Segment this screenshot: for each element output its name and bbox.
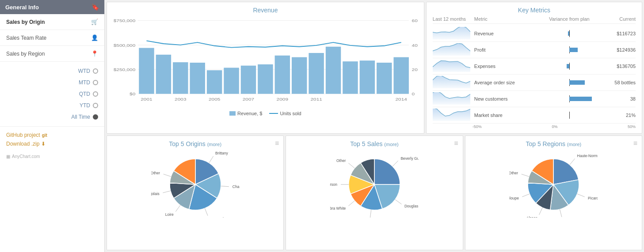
- axis-label-pos50: 50%: [628, 124, 636, 129]
- svg-rect-17: [224, 68, 239, 94]
- svg-text:2005: 2005: [209, 97, 221, 101]
- svg-text:200: 200: [412, 68, 418, 72]
- metric-row: New customers 38: [433, 91, 636, 107]
- sidebar-item-sales-team[interactable]: Sales Team Rate 👤: [0, 30, 104, 46]
- svg-text:2011: 2011: [310, 97, 322, 101]
- sidebar: General Info 🔖 Sales by Origin 🛒 Sales T…: [0, 0, 105, 252]
- svg-rect-26: [377, 63, 392, 94]
- origins-more[interactable]: (more): [207, 142, 221, 147]
- svg-line-53: [392, 161, 398, 166]
- metric-bar-area: [534, 95, 605, 102]
- svg-line-69: [560, 209, 562, 217]
- svg-rect-19: [258, 64, 273, 94]
- download-link[interactable]: Download .zip ⬇: [6, 141, 98, 147]
- legend-line-item: Units sold: [269, 111, 301, 116]
- svg-text:2009: 2009: [277, 97, 289, 101]
- metric-bar-area: [534, 112, 605, 119]
- regions-more[interactable]: (more): [567, 142, 581, 147]
- sparkline: [433, 27, 473, 40]
- regions-title: Top 5 Regions (more): [472, 140, 636, 147]
- github-link[interactable]: GitHub project git: [6, 132, 98, 138]
- chart-legend: Revenue, $ Units sold: [113, 111, 418, 116]
- sidebar-item-sales-region[interactable]: Sales by Region 📍: [0, 46, 104, 62]
- svg-line-75: [522, 174, 529, 177]
- svg-text:Guadeloupe: Guadeloupe: [509, 196, 519, 200]
- sparkline: [433, 60, 473, 73]
- metric-bar-neg: [567, 64, 569, 68]
- col-variance: Variance from plan: [534, 16, 605, 22]
- svg-text:0: 0: [412, 92, 415, 96]
- origins-menu-icon[interactable]: ≡: [275, 139, 279, 147]
- svg-text:Douglas Lopez: Douglas Lopez: [404, 204, 419, 208]
- radio-alltime: [93, 114, 98, 120]
- svg-text:$0: $0: [130, 92, 136, 96]
- svg-line-57: [370, 210, 371, 217]
- sidebar-item-sales-origin[interactable]: Sales by Origin 🛒: [0, 14, 104, 30]
- period-label: All Time: [71, 114, 90, 120]
- regions-menu-icon[interactable]: ≡: [633, 139, 637, 147]
- metric-axis: [569, 63, 570, 70]
- svg-line-67: [577, 194, 585, 197]
- svg-rect-18: [241, 66, 256, 94]
- period-alltime[interactable]: All Time: [0, 111, 104, 123]
- svg-line-47: [175, 205, 180, 211]
- sales-pie-svg: Beverly GutierrezDouglas LopezBilly Oliv…: [330, 151, 419, 218]
- cart-icon: 🛒: [91, 19, 98, 25]
- period-qtd[interactable]: QTD: [0, 88, 104, 100]
- period-label: QTD: [79, 91, 90, 97]
- metric-row: Average order size 58 bottles: [433, 75, 636, 91]
- bottom-row: Top 5 Origins (more) ≡ BrittanyChampagne…: [107, 135, 642, 250]
- metric-name: Expenses: [473, 64, 534, 69]
- top5-origins-card: Top 5 Origins (more) ≡ BrittanyChampagne…: [107, 135, 284, 250]
- github-link-label: GitHub project: [6, 132, 40, 138]
- legend-bar-item: Revenue, $: [229, 111, 262, 116]
- regions-pie-area: Haute-NormandiePicardieLoireAlsaceGuadel…: [472, 150, 636, 218]
- sidebar-title: General Info: [5, 4, 39, 11]
- svg-text:Sara Larson: Sara Larson: [330, 182, 337, 187]
- svg-text:400: 400: [412, 43, 418, 47]
- metric-bar-area: [534, 63, 605, 70]
- svg-marker-35: [433, 27, 470, 39]
- sales-menu-icon[interactable]: ≡: [454, 139, 458, 147]
- axis-label-neg50: -50%: [473, 124, 482, 129]
- axis-labels: -50% 0% 50%: [433, 124, 636, 129]
- download-link-label: Download .zip: [6, 141, 39, 147]
- svg-line-43: [221, 186, 229, 186]
- revenue-chart-area: $750,000 $500,000 $250,000 $0 600 400 20…: [113, 16, 418, 109]
- period-label: MTD: [79, 79, 90, 86]
- svg-line-73: [522, 194, 530, 197]
- sales-more[interactable]: (more): [384, 142, 398, 147]
- period-filter: WTD MTD QTD YTD All Time: [0, 62, 104, 127]
- git-icon: git: [42, 133, 47, 138]
- svg-text:$250,000: $250,000: [114, 68, 136, 72]
- metric-bar-area: [534, 30, 605, 37]
- period-ytd[interactable]: YTD: [0, 100, 104, 111]
- period-label: YTD: [80, 102, 90, 109]
- metric-bar-pos: [569, 97, 592, 101]
- svg-line-45: [205, 208, 208, 215]
- anychart-logo: ▦ AnyChart.com: [0, 152, 104, 161]
- svg-line-71: [539, 207, 543, 214]
- radio-ytd: [93, 103, 98, 108]
- metric-axis: [569, 112, 570, 119]
- svg-text:Other: Other: [151, 171, 160, 175]
- period-wtd[interactable]: WTD: [0, 65, 104, 77]
- legend-bar-label: Revenue, $: [237, 111, 262, 116]
- radio-qtd: [93, 91, 98, 97]
- svg-rect-20: [275, 56, 290, 94]
- period-mtd[interactable]: MTD: [0, 77, 104, 88]
- top5-regions-card: Top 5 Regions (more) ≡ Haute-NormandiePi…: [465, 135, 642, 250]
- svg-text:Picardie: Picardie: [588, 196, 598, 200]
- svg-text:2014: 2014: [395, 97, 407, 101]
- radio-mtd: [93, 80, 98, 85]
- logo-text: AnyChart.com: [12, 154, 40, 159]
- metric-row: Profit $124936: [433, 42, 636, 58]
- svg-text:2007: 2007: [243, 97, 255, 101]
- main-content: Revenue $750,000 $500,000 $250,000 $0 60…: [105, 0, 644, 252]
- svg-rect-13: [156, 55, 171, 94]
- svg-rect-12: [139, 48, 154, 94]
- metric-bar-pos: [569, 48, 578, 52]
- metric-row: Revenue $116723: [433, 26, 636, 42]
- svg-line-63: [348, 163, 354, 168]
- col-last12: Last 12 months: [433, 16, 473, 22]
